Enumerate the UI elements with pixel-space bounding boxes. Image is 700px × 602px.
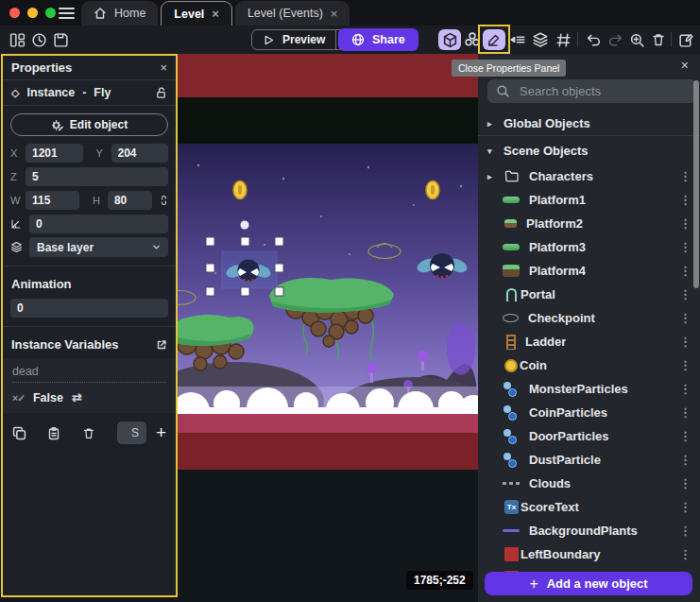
object-menu-button[interactable]: ⋮ <box>679 453 691 467</box>
object-row-dustparticle[interactable]: DustParticle⋮ <box>478 448 700 472</box>
main-menu-icon[interactable] <box>59 8 75 19</box>
object-menu-button[interactable]: ⋮ <box>679 405 691 420</box>
tab-level-events-[interactable]: Level (Events)× <box>235 1 350 26</box>
object-name: Portal <box>521 287 555 301</box>
chevron-down-icon <box>152 243 161 251</box>
edit-properties-icon[interactable] <box>483 29 505 50</box>
layers-icon[interactable] <box>529 29 552 50</box>
checkpoint-icon <box>503 314 519 322</box>
close-properties-icon[interactable]: × <box>160 60 167 75</box>
add-variable-button[interactable]: + <box>156 422 166 443</box>
object-menu-button[interactable]: ⋮ <box>679 476 691 490</box>
open-variables-icon[interactable] <box>156 339 167 351</box>
object-menu-button[interactable]: ⋮ <box>679 358 691 372</box>
object-row-platform3[interactable]: Platform3⋮ <box>478 235 700 259</box>
save-icon[interactable] <box>49 29 72 50</box>
toggle-value-icon[interactable]: ⇄ <box>72 390 82 404</box>
variables-search-box[interactable] <box>117 421 146 444</box>
objects-search-box[interactable] <box>487 79 696 103</box>
object-menu-button[interactable]: ⋮ <box>679 264 691 278</box>
object-menu-button[interactable]: ⋮ <box>679 193 691 207</box>
zoom-in-icon[interactable] <box>625 29 648 50</box>
close-tab-icon[interactable]: × <box>212 8 219 20</box>
copy-icon[interactable] <box>12 426 28 440</box>
section-global-objects[interactable]: ▸ Global Objects <box>478 112 700 136</box>
unlock-icon[interactable] <box>155 86 167 99</box>
objects-search-input[interactable] <box>518 83 688 99</box>
object-menu-button[interactable]: ⋮ <box>679 547 691 561</box>
close-window-button[interactable] <box>9 8 20 18</box>
tab-level[interactable]: Level× <box>161 1 232 26</box>
coin-sprite[interactable] <box>233 181 247 199</box>
z-position-input[interactable] <box>26 167 168 186</box>
variable-row[interactable]: dead ×✓ False ⇄ <box>3 358 176 413</box>
object-row-checkpoint[interactable]: Checkpoint⋮ <box>478 306 700 330</box>
object-row-monsterparticles[interactable]: MonsterParticles⋮ <box>478 377 700 401</box>
toggle-panels-icon[interactable] <box>6 29 28 50</box>
object-name: DoorParticles <box>529 429 609 443</box>
angle-input[interactable] <box>29 215 168 233</box>
object-row-backgroundplants[interactable]: BackgroundPlants⋮ <box>478 519 700 542</box>
object-groups-icon[interactable] <box>461 29 484 50</box>
zoom-window-button[interactable] <box>45 8 56 18</box>
object-menu-button[interactable]: ⋮ <box>679 216 691 231</box>
object-menu-button[interactable]: ⋮ <box>679 169 691 183</box>
object-row-leftboundary[interactable]: LeftBoundary⋮ <box>478 542 700 566</box>
object-row-platform1[interactable]: Platform1⋮ <box>478 188 700 212</box>
animation-input[interactable] <box>10 299 168 318</box>
object-row-scoretext[interactable]: ScoreText⋮ <box>478 495 700 519</box>
delete-icon[interactable] <box>647 29 670 50</box>
x-position-input[interactable] <box>26 144 83 163</box>
object-row-coin[interactable]: Coin⋮ <box>478 353 700 377</box>
variables-search-input[interactable] <box>129 425 150 440</box>
object-name: DustParticle <box>529 453 601 467</box>
object-row-platform2[interactable]: Platform2⋮ <box>478 212 700 235</box>
3d-view-icon[interactable] <box>438 29 461 50</box>
object-menu-button[interactable]: ⋮ <box>679 311 691 325</box>
object-menu-button[interactable]: ⋮ <box>679 287 691 301</box>
scene-canvas[interactable]: 1785;-252 <box>178 54 478 602</box>
object-menu-button[interactable]: ⋮ <box>679 524 691 538</box>
undo-icon[interactable] <box>582 29 605 50</box>
preview-button[interactable]: Preview <box>252 33 335 46</box>
objects-scrollbar[interactable] <box>693 80 699 288</box>
section-scene-objects[interactable]: ▾ Scene Objects <box>478 139 700 163</box>
object-row-characters[interactable]: ▸Characters⋮ <box>478 164 700 188</box>
object-menu-button[interactable]: ⋮ <box>679 382 691 396</box>
object-menu-button[interactable]: ⋮ <box>679 240 691 254</box>
instances-list-icon[interactable] <box>506 29 529 50</box>
paste-icon[interactable] <box>47 426 63 440</box>
trash-icon[interactable] <box>82 426 98 440</box>
width-input[interactable] <box>26 191 79 210</box>
object-row-clouds[interactable]: Clouds⋮ <box>478 472 700 495</box>
add-object-button[interactable]: + Add a new object <box>485 572 692 595</box>
object-menu-button[interactable]: ⋮ <box>679 429 691 443</box>
boolean-type-icon: ×✓ <box>12 392 25 404</box>
redo-icon[interactable] <box>604 29 626 50</box>
variable-name[interactable]: dead <box>12 365 166 383</box>
coin-sprite[interactable] <box>426 181 439 199</box>
variable-value[interactable]: False <box>33 391 63 404</box>
close-objects-icon[interactable]: × <box>681 58 689 73</box>
caret-right-icon[interactable]: ▸ <box>487 172 497 181</box>
y-position-input[interactable] <box>111 144 169 163</box>
object-menu-button[interactable]: ⋮ <box>679 500 691 514</box>
object-row-ladder[interactable]: Ladder⋮ <box>478 330 700 353</box>
object-name: MonsterParticles <box>529 382 628 396</box>
object-row-coinparticles[interactable]: CoinParticles⋮ <box>478 401 700 424</box>
layer-select[interactable]: Base layer <box>29 237 168 257</box>
grid-icon[interactable] <box>552 29 574 50</box>
object-row-platform4[interactable]: Platform4⋮ <box>478 259 700 283</box>
share-button[interactable]: Share <box>338 28 418 51</box>
tab-home[interactable]: Home <box>81 1 158 26</box>
minimize-window-button[interactable] <box>27 8 38 18</box>
edit-object-button[interactable]: Edit object <box>10 113 168 136</box>
scene-notes-icon[interactable] <box>674 29 697 50</box>
close-tab-icon[interactable]: × <box>331 8 338 20</box>
history-icon[interactable] <box>27 29 50 50</box>
object-row-doorparticles[interactable]: DoorParticles⋮ <box>478 424 700 448</box>
object-row-portal[interactable]: Portal⋮ <box>478 283 700 306</box>
object-menu-button[interactable]: ⋮ <box>679 335 691 349</box>
height-input[interactable] <box>108 191 152 210</box>
lock-aspect-ratio-icon[interactable] <box>160 194 168 207</box>
